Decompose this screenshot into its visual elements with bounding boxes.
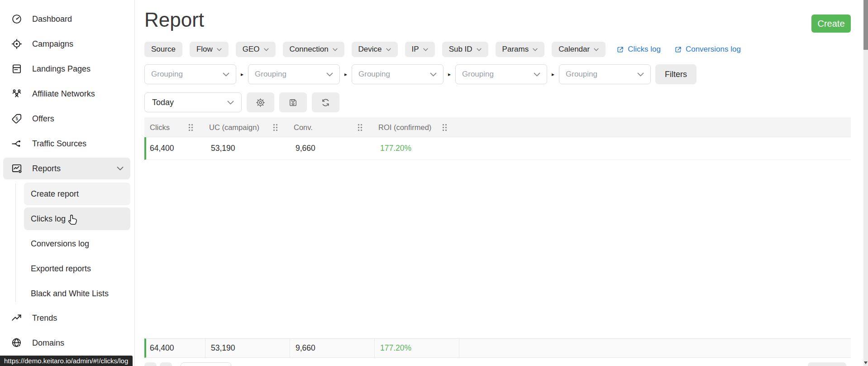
sidebar-item-exported-reports[interactable]: Exported reports — [24, 257, 130, 280]
scrollbar-track[interactable] — [863, 0, 868, 366]
pagination-prev-button[interactable] — [144, 362, 157, 366]
sidebar-item-affiliate-networks[interactable]: Affiliate Networks — [3, 83, 130, 105]
grouping-select-3[interactable]: Grouping — [352, 64, 444, 84]
toolbar-row: Today — [144, 92, 851, 112]
reports-icon — [11, 163, 23, 174]
drag-handle-icon[interactable] — [188, 123, 194, 132]
filter-params-button[interactable]: Params — [496, 42, 545, 57]
grouping-placeholder: Grouping — [255, 70, 286, 79]
arrow-right-separator: ▸ — [444, 71, 455, 77]
sidebar-item-label: Affiliate Networks — [32, 89, 95, 99]
column-header-conversions[interactable]: Conv. — [288, 118, 373, 137]
create-button[interactable]: Create — [811, 14, 851, 33]
date-range-value: Today — [152, 98, 174, 107]
filter-label: Sub ID — [449, 45, 472, 54]
sidebar-item-label: Trends — [32, 313, 57, 323]
cell-roi: 177.20% — [375, 137, 459, 159]
drag-handle-icon[interactable] — [442, 123, 448, 132]
grouping-select-4[interactable]: Grouping — [455, 64, 547, 84]
sidebar-item-conversions-log[interactable]: Conversions log — [24, 232, 130, 255]
sidebar-item-label: Domains — [32, 338, 64, 348]
filter-flow-button[interactable]: Flow — [190, 42, 229, 57]
arrow-right-separator: ▸ — [236, 71, 248, 77]
column-header-clicks[interactable]: Clicks — [144, 118, 204, 137]
refresh-button[interactable] — [312, 92, 339, 112]
svg-text:$: $ — [15, 116, 19, 121]
grouping-select-2[interactable]: Grouping — [248, 64, 340, 84]
date-range-select[interactable]: Today — [144, 92, 242, 112]
column-header-uc-campaign[interactable]: UC (campaign) — [204, 118, 288, 137]
sidebar-item-label: Reports — [32, 164, 61, 173]
drag-handle-icon[interactable] — [272, 123, 278, 132]
filters-button[interactable]: Filters — [655, 64, 696, 84]
sidebar-item-landing-pages[interactable]: Landings Pages — [3, 58, 130, 80]
sidebar-item-domains[interactable]: Domains — [3, 332, 130, 354]
sub-item-label: Black and White Lists — [31, 289, 109, 299]
save-report-button[interactable] — [279, 92, 307, 112]
column-header-roi-confirmed[interactable]: ROI (confirmed) — [373, 118, 458, 137]
grouping-placeholder: Grouping — [566, 70, 597, 79]
total-conversions: 9,660 — [290, 339, 375, 357]
filter-source-button[interactable]: Source — [144, 42, 182, 57]
column-label: UC (campaign) — [209, 123, 259, 132]
chevron-down-icon — [430, 72, 437, 77]
sidebar-item-dashboard[interactable]: Dashboard — [3, 8, 130, 30]
domains-icon — [11, 337, 23, 349]
drag-handle-icon[interactable] — [357, 123, 363, 132]
scrollbar-down-arrow[interactable] — [863, 359, 868, 366]
sidebar-item-label: Offers — [32, 114, 54, 124]
offers-icon: $ — [11, 113, 23, 125]
filter-connection-button[interactable]: Connection — [283, 42, 344, 57]
pagination-row — [144, 362, 851, 366]
sidebar-item-label: Landings Pages — [32, 64, 91, 74]
filter-subid-button[interactable]: Sub ID — [442, 42, 488, 57]
grouping-placeholder: Grouping — [462, 70, 494, 79]
page-size-select[interactable] — [181, 362, 231, 366]
campaigns-icon — [11, 38, 23, 50]
table-row: 64,400 53,190 9,660 177.20% — [144, 137, 851, 160]
grouping-placeholder: Grouping — [358, 70, 390, 79]
chevron-down-icon — [264, 48, 269, 51]
chevron-down-icon — [386, 48, 391, 51]
scrollbar-thumb[interactable] — [863, 0, 868, 50]
external-link-icon — [674, 46, 682, 53]
arrow-right-separator: ▸ — [547, 71, 559, 77]
filter-row: Source Flow GEO Connection Device IP Sub… — [144, 42, 851, 57]
total-roi: 177.20% — [375, 339, 459, 357]
filter-device-button[interactable]: Device — [352, 42, 398, 57]
grouping-select-5[interactable]: Grouping — [559, 64, 651, 84]
sidebar-item-reports[interactable]: Reports — [3, 158, 130, 179]
main-content: Report Create Source Flow GEO Connection… — [135, 0, 863, 366]
pagination-next-button[interactable] — [160, 362, 172, 366]
table-empty-area — [144, 160, 851, 338]
settings-button[interactable] — [247, 92, 274, 112]
sidebar-item-trends[interactable]: Trends — [3, 307, 130, 329]
sidebar-item-label: Campaigns — [32, 39, 73, 49]
report-table: Clicks UC (campaign) Conv. ROI (confirme… — [144, 118, 851, 358]
filter-label: Calendar — [558, 45, 590, 54]
cell-uc-campaign: 53,190 — [205, 137, 290, 159]
filter-ip-button[interactable]: IP — [405, 42, 435, 57]
sidebar-item-traffic-sources[interactable]: Traffic Sources — [3, 133, 130, 154]
sidebar-item-campaigns[interactable]: Campaigns — [3, 33, 130, 55]
chevron-down-icon — [534, 72, 540, 77]
cell-empty — [459, 137, 851, 159]
dashboard-icon — [11, 13, 23, 25]
sub-item-label: Create report — [31, 189, 79, 199]
grouping-select-1[interactable]: Grouping — [144, 64, 236, 84]
table-totals-row: 64,400 53,190 9,660 177.20% — [144, 338, 851, 358]
chevron-down-icon — [333, 48, 338, 51]
filter-geo-button[interactable]: GEO — [236, 42, 276, 57]
sidebar-item-create-report[interactable]: Create report — [24, 183, 130, 205]
clicks-log-link[interactable]: Clicks log — [616, 45, 661, 54]
chevron-down-icon — [223, 72, 229, 77]
sidebar-item-label: Dashboard — [32, 14, 72, 24]
sidebar-item-clicks-log[interactable]: Clicks log — [24, 207, 130, 230]
filter-calendar-button[interactable]: Calendar — [552, 42, 606, 57]
conversions-log-link[interactable]: Conversions log — [674, 45, 741, 54]
sidebar-item-black-white-lists[interactable]: Black and White Lists — [24, 282, 130, 305]
chevron-down-icon — [423, 48, 428, 51]
filter-label: IP — [412, 45, 419, 54]
sidebar-item-offers[interactable]: $ Offers — [3, 108, 130, 130]
pagination-right-control[interactable] — [808, 362, 846, 366]
